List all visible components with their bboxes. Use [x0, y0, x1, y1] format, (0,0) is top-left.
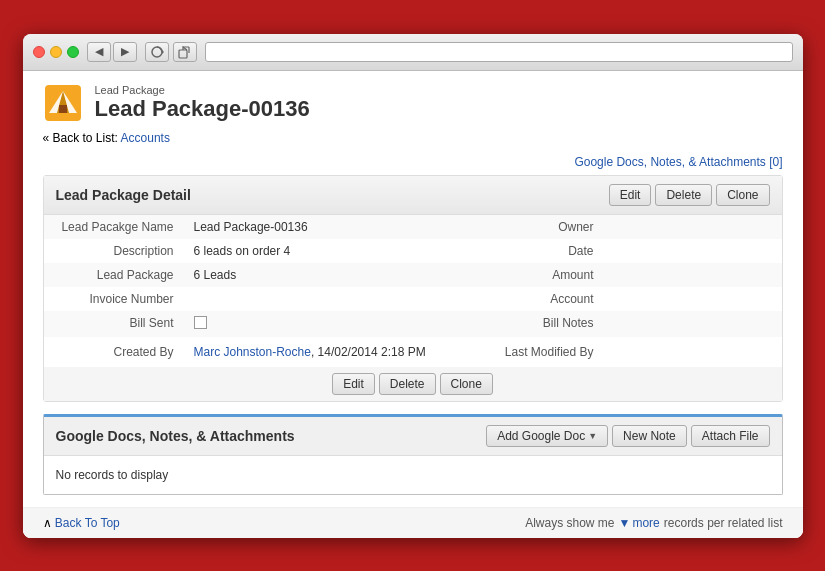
- page-content: Lead Package Lead Package-00136 « Back t…: [23, 71, 803, 538]
- nav-buttons: ◀ ▶: [87, 42, 137, 62]
- forward-button[interactable]: ▶: [113, 42, 137, 62]
- section-header: Lead Package Detail Edit Delete Clone: [44, 176, 782, 215]
- clone-button-top[interactable]: Clone: [716, 184, 769, 206]
- back-to-top-link[interactable]: Back To Top: [55, 516, 120, 530]
- refresh-icon[interactable]: [145, 42, 169, 62]
- page-header: Lead Package Lead Package-00136: [23, 71, 803, 131]
- page-icon: [43, 83, 83, 123]
- field-label: Lead Package: [44, 263, 184, 287]
- field-value: [604, 287, 782, 311]
- field-value: [184, 311, 464, 337]
- minimize-button[interactable]: [50, 46, 62, 58]
- svg-rect-2: [179, 50, 187, 58]
- page-title-area: Lead Package Lead Package-00136: [95, 84, 310, 122]
- add-google-doc-button[interactable]: Add Google Doc ▼: [486, 425, 608, 447]
- field-label: Owner: [464, 215, 604, 239]
- table-row: Lead Pacakge Name Lead Package-00136 Own…: [44, 215, 782, 239]
- more-label: more: [632, 516, 659, 530]
- detail-table: Lead Pacakge Name Lead Package-00136 Own…: [44, 215, 782, 401]
- field-value: 6 leads on order 4: [184, 239, 464, 263]
- field-label: Bill Sent: [44, 311, 184, 337]
- field-label: Invoice Number: [44, 287, 184, 311]
- last-modified-value: [604, 337, 782, 367]
- dropdown-arrow-icon: ▼: [588, 431, 597, 441]
- field-label: Bill Notes: [464, 311, 604, 337]
- close-button[interactable]: [33, 46, 45, 58]
- chevron-up-icon: ∧: [43, 516, 55, 530]
- field-label: Date: [464, 239, 604, 263]
- bottom-buttons-row: Edit Delete Clone: [44, 367, 782, 401]
- field-label: Description: [44, 239, 184, 263]
- more-dropdown[interactable]: ▼ more: [619, 516, 660, 530]
- back-button[interactable]: ◀: [87, 42, 111, 62]
- address-bar[interactable]: [205, 42, 793, 62]
- header-button-group: Edit Delete Clone: [609, 184, 770, 206]
- field-label: Account: [464, 287, 604, 311]
- attachments-section: Google Docs, Notes, & Attachments Add Go…: [43, 414, 783, 495]
- module-label: Lead Package: [95, 84, 310, 96]
- footer-left: ∧ Back To Top: [43, 516, 120, 530]
- field-value: 6 Leads: [184, 263, 464, 287]
- edit-button-top[interactable]: Edit: [609, 184, 652, 206]
- field-value: [184, 287, 464, 311]
- attach-file-button[interactable]: Attach File: [691, 425, 770, 447]
- add-google-doc-label: Add Google Doc: [497, 429, 585, 443]
- table-row: Lead Package 6 Leads Amount: [44, 263, 782, 287]
- browser-titlebar: ◀ ▶: [23, 34, 803, 71]
- delete-button-top[interactable]: Delete: [655, 184, 712, 206]
- google-docs-link-top: Google Docs, Notes, & Attachments [0]: [23, 155, 803, 175]
- field-value: [604, 311, 782, 337]
- breadcrumb-link[interactable]: Accounts: [121, 131, 170, 145]
- footer-button-group: Edit Delete Clone: [54, 373, 772, 395]
- delete-button-bottom[interactable]: Delete: [379, 373, 436, 395]
- table-row: Bill Sent Bill Notes: [44, 311, 782, 337]
- browser-icons: [145, 42, 197, 62]
- records-per-list-text: records per related list: [664, 516, 783, 530]
- created-by-row: Created By Marc Johnston-Roche, 14/02/20…: [44, 337, 782, 367]
- field-value: [604, 239, 782, 263]
- attachments-buttons: Add Google Doc ▼ New Note Attach File: [486, 425, 769, 447]
- share-icon[interactable]: [173, 42, 197, 62]
- dropdown-arrow-icon: ▼: [619, 516, 631, 530]
- footer-right: Always show me ▼ more records per relate…: [525, 516, 782, 530]
- no-records-text: No records to display: [44, 456, 782, 494]
- table-row: Description 6 leads on order 4 Date: [44, 239, 782, 263]
- created-by-link[interactable]: Marc Johnston-Roche: [194, 345, 311, 359]
- svg-marker-1: [162, 50, 164, 54]
- created-by-label: Created By: [44, 337, 184, 367]
- table-row: Invoice Number Account: [44, 287, 782, 311]
- page-title: Lead Package-00136: [95, 96, 310, 122]
- always-show-text: Always show me: [525, 516, 614, 530]
- svg-rect-8: [59, 105, 67, 113]
- bill-sent-checkbox[interactable]: [194, 316, 207, 329]
- field-value: Lead Package-00136: [184, 215, 464, 239]
- field-value: [604, 215, 782, 239]
- edit-button-bottom[interactable]: Edit: [332, 373, 375, 395]
- detail-section: Lead Package Detail Edit Delete Clone Le…: [43, 175, 783, 402]
- field-label: Lead Pacakge Name: [44, 215, 184, 239]
- section-title: Lead Package Detail: [56, 187, 191, 203]
- traffic-lights: [33, 46, 79, 58]
- attachments-title: Google Docs, Notes, & Attachments: [56, 428, 295, 444]
- field-value: [604, 263, 782, 287]
- last-modified-label: Last Modified By: [464, 337, 604, 367]
- clone-button-bottom[interactable]: Clone: [440, 373, 493, 395]
- breadcrumb: « Back to List: Accounts: [23, 131, 803, 155]
- google-docs-anchor[interactable]: Google Docs, Notes, & Attachments [0]: [574, 155, 782, 169]
- field-label: Amount: [464, 263, 604, 287]
- attachments-header: Google Docs, Notes, & Attachments Add Go…: [44, 417, 782, 456]
- bottom-buttons-cell: Edit Delete Clone: [44, 367, 782, 401]
- created-by-date: , 14/02/2014 2:18 PM: [311, 345, 426, 359]
- breadcrumb-prefix: « Back to List:: [43, 131, 118, 145]
- created-by-value: Marc Johnston-Roche, 14/02/2014 2:18 PM: [184, 337, 464, 367]
- page-footer: ∧ Back To Top Always show me ▼ more reco…: [23, 507, 803, 538]
- maximize-button[interactable]: [67, 46, 79, 58]
- new-note-button[interactable]: New Note: [612, 425, 687, 447]
